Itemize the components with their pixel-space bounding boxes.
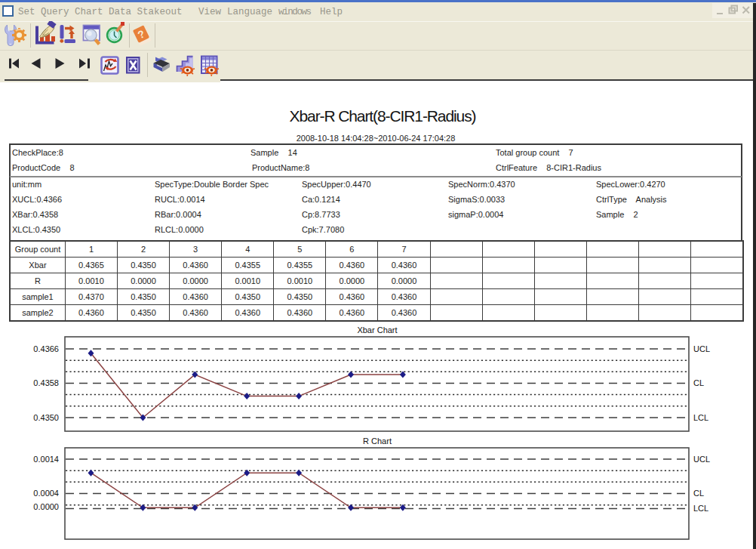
svg-text:CL: CL — [693, 378, 704, 387]
svg-text:R Chart: R Chart — [363, 436, 392, 446]
svg-text:CL: CL — [693, 489, 704, 498]
svg-text:LCL: LCL — [693, 504, 708, 513]
svg-text:0.4358: 0.4358 — [33, 378, 59, 387]
svg-text:LCL: LCL — [693, 413, 708, 422]
svg-text:Xbar Chart: Xbar Chart — [357, 325, 397, 335]
svg-text:0.0004: 0.0004 — [33, 489, 59, 498]
svg-text:UCL: UCL — [693, 344, 710, 353]
svg-text:UCL: UCL — [693, 455, 710, 464]
svg-text:0.0014: 0.0014 — [33, 455, 59, 464]
svg-text:0.0000: 0.0000 — [33, 502, 59, 511]
svg-text:0.4366: 0.4366 — [33, 344, 59, 353]
svg-text:0.4350: 0.4350 — [33, 413, 59, 422]
